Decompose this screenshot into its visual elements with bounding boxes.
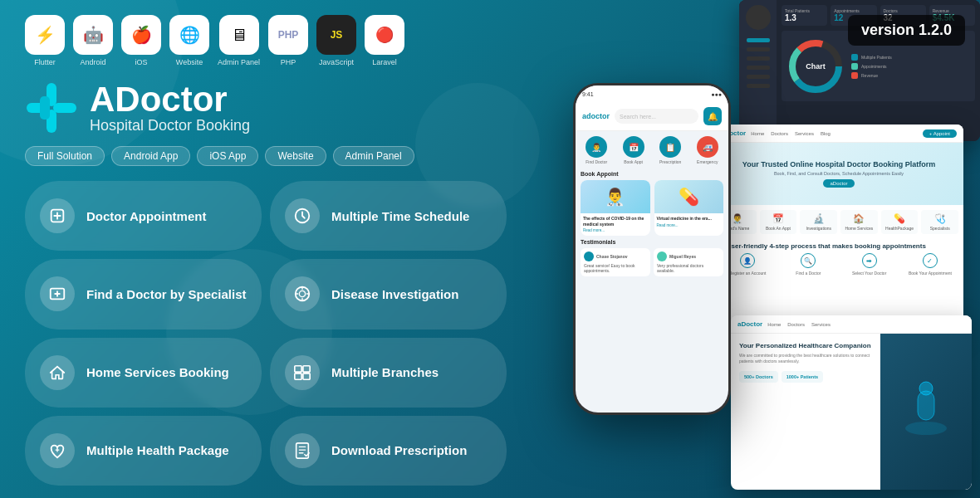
phone-card-1-image: 👨‍⚕️ <box>581 180 650 213</box>
website-hero: Your Trusted Online Hospital Doctor Book… <box>714 143 963 205</box>
phone-card-1-title: The effects of COVID-19 on the medical s… <box>583 216 648 227</box>
phone-search-button[interactable]: 🔔 <box>703 107 722 125</box>
book-appt-feat-icon: 📅 <box>763 213 794 224</box>
website-hero-cta[interactable]: aDoctor <box>823 179 854 188</box>
svg-rect-11 <box>303 365 310 371</box>
website-bottom-nav: Home Doctors Services <box>767 322 831 327</box>
feature-health-package: Multiple Health Package <box>25 416 262 486</box>
version-badge: version 1.2.0 <box>848 15 965 46</box>
website-feat-4: 🏠 Home Services <box>840 210 878 234</box>
website-label: Website <box>176 58 203 66</box>
phone-screen: 9:41 ●●● adoctor Search here... 🔔 <box>576 85 728 413</box>
health-pkg-feat-icon: 💊 <box>884 213 915 224</box>
bottom-nav-doctors: Doctors <box>787 322 805 327</box>
feature-doctor-appointment-label: Doctor Appointment <box>86 209 206 223</box>
nav-blog: Blog <box>821 131 831 136</box>
phone-cat-book[interactable]: 📅 Book Appt <box>623 136 644 164</box>
flutter-icon: ⚡ <box>25 15 65 55</box>
js-label: JavaScript <box>319 58 354 66</box>
stat-appointments: 1000+ Patients <box>782 371 823 383</box>
android-icon-item: 🤖 Android <box>73 15 113 66</box>
phone-testi-2-header: Miguel Reyes <box>657 251 720 261</box>
phone-search-bar[interactable]: Search here... <box>615 109 698 124</box>
svg-point-22 <box>919 382 933 395</box>
step-2-icon: 🔍 <box>801 253 816 268</box>
website-nav: Home Doctors Services Blog <box>751 131 831 136</box>
nav-home: Home <box>751 131 764 136</box>
find-doctor-cat-label: Find Doctor <box>586 159 607 164</box>
left-panel: ⚡ Flutter 🤖 Android 🍎 iOS 🌐 Website 🖥 Ad… <box>0 0 532 498</box>
step-4: ✓ Book Your Appointment <box>902 253 958 276</box>
website-bottom-topbar: aDoctor Home Doctors Services <box>731 315 972 334</box>
laravel-label: Laravel <box>372 58 397 66</box>
phone-card-2[interactable]: 💊 Virtual medicine in the era... Read mo… <box>654 180 724 236</box>
phone-nav: adoctor Search here... 🔔 <box>576 102 728 131</box>
svg-rect-4 <box>40 96 50 120</box>
website-bottom-image <box>880 334 972 490</box>
phone-card-2-link[interactable]: Read more... <box>657 223 722 228</box>
tag-ios: iOS App <box>197 146 258 166</box>
admin-label: Admin Panel <box>218 58 260 66</box>
feature-download-prescription: Download Prescription <box>270 416 507 486</box>
phone-testi-1-text: Great service! Easy to book appointments… <box>584 263 647 273</box>
phone-cat-prescription[interactable]: 📋 Prescription <box>659 136 681 164</box>
find-doctor-cat-icon: 👨‍⚕️ <box>586 136 607 158</box>
phone-cat-find-doctor[interactable]: 👨‍⚕️ Find Doctor <box>586 136 607 164</box>
prescription-cat-label: Prescription <box>659 159 681 164</box>
website-bottom-logo: aDoctor <box>737 320 762 328</box>
phone-testimonials: Chase Stojanov Great service! Easy to bo… <box>581 248 723 276</box>
ios-icon-item: 🍎 iOS <box>121 15 161 66</box>
javascript-icon: JS <box>316 15 356 55</box>
phone-card-1[interactable]: 👨‍⚕️ The effects of COVID-19 on the medi… <box>581 180 650 236</box>
feature-find-doctor-label: Find a Doctor by Specialist <box>86 287 247 301</box>
feature-health-package-label: Multiple Health Package <box>86 443 229 457</box>
feature-download-prescription-label: Download Prescription <box>331 443 467 457</box>
website-hero-title: Your Trusted Online Hospital Doctor Book… <box>742 160 935 170</box>
website-cta-button[interactable]: + Appoint <box>923 129 957 138</box>
svg-rect-13 <box>303 374 310 379</box>
prescription-cat-icon: 📋 <box>659 136 681 158</box>
phone-book-section-title: Book Appoint <box>581 171 723 177</box>
feature-home-services: Home Services Booking <box>25 338 262 408</box>
home-services-icon <box>40 355 75 390</box>
feature-disease-investigation-label: Disease Investigation <box>331 287 458 301</box>
phone-logo: adoctor <box>582 112 610 120</box>
step-3-icon: ➡ <box>862 253 877 268</box>
website-steps-row: 👤 Register an Account 🔍 Find a Doctor ➡ … <box>714 253 963 281</box>
svg-point-9 <box>299 291 305 297</box>
phone-cards-row: 👨‍⚕️ The effects of COVID-19 on the medi… <box>581 180 723 236</box>
emergency-cat-icon: 🚑 <box>697 136 718 158</box>
phone-testi-1: Chase Stojanov Great service! Easy to bo… <box>581 248 650 276</box>
ios-icon: 🍎 <box>121 15 161 55</box>
svg-rect-3 <box>53 103 76 113</box>
brand-text-group: ADoctor Hospital Doctor Booking <box>90 82 250 134</box>
flutter-icon-item: ⚡ Flutter <box>25 15 65 66</box>
feature-doctor-appointment: Doctor Appointment <box>25 181 262 251</box>
admin-icon-item: 🖥 Admin Panel <box>218 15 260 66</box>
phone-content: 👨‍⚕️ Find Doctor 📅 Book Appt 📋 Prescript… <box>576 131 728 413</box>
specialist-feat-icon: 🩺 <box>924 213 955 224</box>
android-label: Android <box>80 58 105 66</box>
phone-testimonials-title: Testimonials <box>581 239 723 245</box>
php-icon: PHP <box>268 15 308 55</box>
phone-search-placeholder: Search here... <box>620 114 656 120</box>
feature-time-schedule-label: Multiple Time Schedule <box>331 209 469 223</box>
laravel-icon: 🔴 <box>365 15 404 55</box>
phone-card-2-text: Virtual medicine in the era... Read more… <box>654 213 724 230</box>
phone-cat-emergency[interactable]: 🚑 Emergency <box>697 136 718 164</box>
phone-mockup: 9:41 ●●● adoctor Search here... 🔔 <box>573 83 731 415</box>
step-2-label: Find a Doctor <box>780 271 836 276</box>
book-appt-feat-label: Book An Appt <box>763 226 794 231</box>
book-appt-cat-icon: 📅 <box>623 136 644 158</box>
website-feat-2: 📅 Book An Appt <box>760 210 797 234</box>
phone-card-1-link[interactable]: Read more... <box>583 228 648 233</box>
svg-text:Chart: Chart <box>806 62 826 71</box>
website-icon-item: 🌐 Website <box>169 15 209 66</box>
feature-multiple-branches: Multiple Branches <box>270 338 507 408</box>
brand-tagline: Hospital Doctor Booking <box>90 117 250 134</box>
svg-point-20 <box>905 422 947 435</box>
php-label: PHP <box>281 58 296 66</box>
website-features-row: 👨‍⚕️ Find's Name 📅 Book An Appt 🔬 Invest… <box>714 205 963 239</box>
invest-feat-label: Investigations <box>803 226 834 231</box>
right-panel: version 1.2.0 aDoctor <box>532 0 980 498</box>
